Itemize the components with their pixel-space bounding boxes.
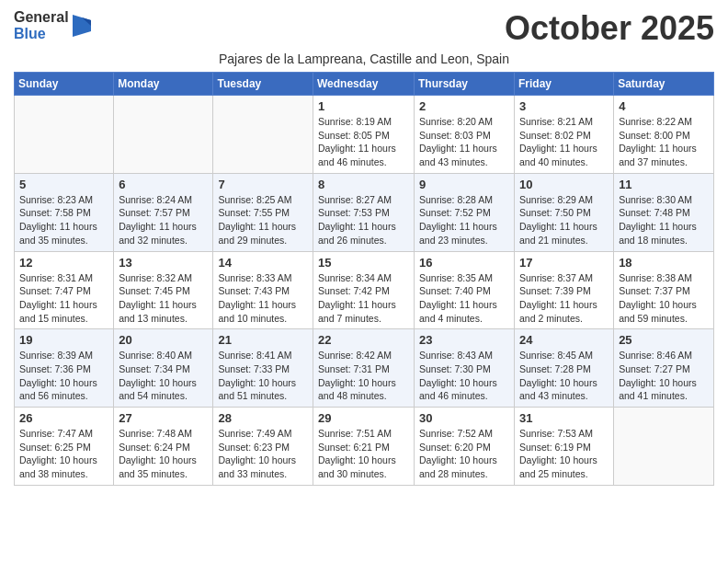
calendar-cell: 18Sunrise: 8:38 AM Sunset: 7:37 PM Dayli… (614, 251, 714, 329)
weekday-header-thursday: Thursday (415, 73, 515, 96)
day-info: Sunrise: 7:47 AM Sunset: 6:25 PM Dayligh… (19, 427, 108, 481)
day-info: Sunrise: 8:46 AM Sunset: 7:27 PM Dayligh… (619, 349, 709, 403)
weekday-header-wednesday: Wednesday (313, 73, 415, 96)
day-info: Sunrise: 8:23 AM Sunset: 7:58 PM Dayligh… (19, 193, 108, 247)
calendar-cell: 19Sunrise: 8:39 AM Sunset: 7:36 PM Dayli… (15, 329, 114, 408)
page-header: General Blue October 2025 (14, 9, 714, 48)
svg-marker-0 (73, 15, 91, 37)
day-info: Sunrise: 7:49 AM Sunset: 6:23 PM Dayligh… (218, 427, 308, 481)
calendar-cell: 4Sunrise: 8:22 AM Sunset: 8:00 PM Daylig… (614, 96, 714, 174)
calendar-cell: 23Sunrise: 8:43 AM Sunset: 7:30 PM Dayli… (415, 329, 515, 408)
calendar-week-5: 26Sunrise: 7:47 AM Sunset: 6:25 PM Dayli… (15, 408, 714, 486)
logo-blue-text: Blue (14, 26, 69, 42)
day-number: 13 (119, 256, 208, 270)
day-info: Sunrise: 7:52 AM Sunset: 6:20 PM Dayligh… (419, 427, 509, 481)
calendar-cell: 25Sunrise: 8:46 AM Sunset: 7:27 PM Dayli… (614, 329, 714, 408)
day-number: 7 (218, 178, 308, 191)
day-info: Sunrise: 8:24 AM Sunset: 7:57 PM Dayligh… (119, 193, 208, 247)
calendar-cell: 31Sunrise: 7:53 AM Sunset: 6:19 PM Dayli… (515, 408, 614, 486)
day-number: 26 (19, 411, 108, 425)
day-number: 22 (318, 333, 409, 347)
day-number: 5 (19, 178, 108, 191)
weekday-header-tuesday: Tuesday (213, 73, 313, 96)
day-info: Sunrise: 8:31 AM Sunset: 7:47 PM Dayligh… (19, 271, 108, 326)
day-number: 20 (119, 333, 208, 347)
logo: General Blue (14, 9, 91, 41)
location-subtitle: Pajares de la Lampreana, Castille and Le… (14, 52, 714, 66)
day-number: 4 (619, 99, 709, 113)
calendar-week-4: 19Sunrise: 8:39 AM Sunset: 7:36 PM Dayli… (15, 329, 714, 408)
day-info: Sunrise: 8:42 AM Sunset: 7:31 PM Dayligh… (318, 349, 409, 403)
day-info: Sunrise: 8:32 AM Sunset: 7:45 PM Dayligh… (119, 271, 208, 326)
calendar-cell (614, 408, 714, 486)
calendar-cell: 16Sunrise: 8:35 AM Sunset: 7:40 PM Dayli… (415, 251, 515, 329)
day-number: 8 (318, 178, 409, 191)
day-number: 27 (119, 411, 208, 425)
day-info: Sunrise: 8:21 AM Sunset: 8:02 PM Dayligh… (519, 115, 609, 169)
day-info: Sunrise: 8:43 AM Sunset: 7:30 PM Dayligh… (419, 349, 509, 403)
day-number: 28 (218, 411, 308, 425)
calendar-cell: 2Sunrise: 8:20 AM Sunset: 8:03 PM Daylig… (415, 96, 515, 174)
calendar-week-2: 5Sunrise: 8:23 AM Sunset: 7:58 PM Daylig… (15, 173, 714, 251)
calendar-cell: 22Sunrise: 8:42 AM Sunset: 7:31 PM Dayli… (313, 329, 415, 408)
day-number: 2 (419, 99, 509, 113)
day-number: 11 (619, 178, 709, 191)
calendar-cell: 12Sunrise: 8:31 AM Sunset: 7:47 PM Dayli… (15, 251, 114, 329)
day-info: Sunrise: 7:48 AM Sunset: 6:24 PM Dayligh… (119, 427, 208, 481)
calendar-cell: 26Sunrise: 7:47 AM Sunset: 6:25 PM Dayli… (15, 408, 114, 486)
day-info: Sunrise: 8:33 AM Sunset: 7:43 PM Dayligh… (218, 271, 308, 326)
weekday-header-friday: Friday (515, 73, 614, 96)
day-number: 19 (19, 333, 108, 347)
day-info: Sunrise: 8:41 AM Sunset: 7:33 PM Dayligh… (218, 349, 308, 403)
day-info: Sunrise: 7:53 AM Sunset: 6:19 PM Dayligh… (519, 427, 609, 481)
day-info: Sunrise: 8:25 AM Sunset: 7:55 PM Dayligh… (218, 193, 308, 247)
day-info: Sunrise: 8:30 AM Sunset: 7:48 PM Dayligh… (619, 193, 709, 247)
calendar-cell: 7Sunrise: 8:25 AM Sunset: 7:55 PM Daylig… (213, 173, 313, 251)
weekday-header-saturday: Saturday (614, 73, 714, 96)
calendar-cell: 27Sunrise: 7:48 AM Sunset: 6:24 PM Dayli… (114, 408, 213, 486)
calendar-cell: 24Sunrise: 8:45 AM Sunset: 7:28 PM Dayli… (515, 329, 614, 408)
calendar-cell: 21Sunrise: 8:41 AM Sunset: 7:33 PM Dayli… (213, 329, 313, 408)
weekday-header-row: SundayMondayTuesdayWednesdayThursdayFrid… (15, 73, 714, 96)
calendar-cell: 28Sunrise: 7:49 AM Sunset: 6:23 PM Dayli… (213, 408, 313, 486)
calendar-cell (15, 96, 114, 174)
calendar-cell: 5Sunrise: 8:23 AM Sunset: 7:58 PM Daylig… (15, 173, 114, 251)
day-info: Sunrise: 8:37 AM Sunset: 7:39 PM Dayligh… (519, 271, 609, 326)
weekday-header-sunday: Sunday (15, 73, 114, 96)
calendar-cell: 10Sunrise: 8:29 AM Sunset: 7:50 PM Dayli… (515, 173, 614, 251)
calendar-cell: 13Sunrise: 8:32 AM Sunset: 7:45 PM Dayli… (114, 251, 213, 329)
calendar-cell: 8Sunrise: 8:27 AM Sunset: 7:53 PM Daylig… (313, 173, 415, 251)
day-number: 31 (519, 411, 609, 425)
day-info: Sunrise: 8:38 AM Sunset: 7:37 PM Dayligh… (619, 271, 709, 326)
calendar-cell: 9Sunrise: 8:28 AM Sunset: 7:52 PM Daylig… (415, 173, 515, 251)
calendar-table: SundayMondayTuesdayWednesdayThursdayFrid… (14, 72, 714, 486)
calendar-cell: 17Sunrise: 8:37 AM Sunset: 7:39 PM Dayli… (515, 251, 614, 329)
day-info: Sunrise: 8:20 AM Sunset: 8:03 PM Dayligh… (419, 115, 509, 169)
logo-general-text: General (14, 9, 69, 26)
calendar-cell: 14Sunrise: 8:33 AM Sunset: 7:43 PM Dayli… (213, 251, 313, 329)
calendar-cell: 11Sunrise: 8:30 AM Sunset: 7:48 PM Dayli… (614, 173, 714, 251)
calendar-cell (213, 96, 313, 174)
day-number: 17 (519, 256, 609, 270)
day-number: 30 (419, 411, 509, 425)
calendar-cell: 29Sunrise: 7:51 AM Sunset: 6:21 PM Dayli… (313, 408, 415, 486)
day-info: Sunrise: 8:27 AM Sunset: 7:53 PM Dayligh… (318, 193, 409, 247)
calendar-cell: 30Sunrise: 7:52 AM Sunset: 6:20 PM Dayli… (415, 408, 515, 486)
logo-icon (73, 15, 91, 37)
calendar-cell: 3Sunrise: 8:21 AM Sunset: 8:02 PM Daylig… (515, 96, 614, 174)
day-number: 14 (218, 256, 308, 270)
day-number: 25 (619, 333, 709, 347)
day-number: 23 (419, 333, 509, 347)
day-number: 15 (318, 256, 409, 270)
calendar-cell: 1Sunrise: 8:19 AM Sunset: 8:05 PM Daylig… (313, 96, 415, 174)
day-number: 9 (419, 178, 509, 191)
calendar-week-3: 12Sunrise: 8:31 AM Sunset: 7:47 PM Dayli… (15, 251, 714, 329)
day-info: Sunrise: 8:34 AM Sunset: 7:42 PM Dayligh… (318, 271, 409, 326)
day-number: 3 (519, 99, 609, 113)
calendar-week-1: 1Sunrise: 8:19 AM Sunset: 8:05 PM Daylig… (15, 96, 714, 174)
day-number: 12 (19, 256, 108, 270)
day-number: 6 (119, 178, 208, 191)
day-number: 24 (519, 333, 609, 347)
day-info: Sunrise: 7:51 AM Sunset: 6:21 PM Dayligh… (318, 427, 409, 481)
day-number: 21 (218, 333, 308, 347)
